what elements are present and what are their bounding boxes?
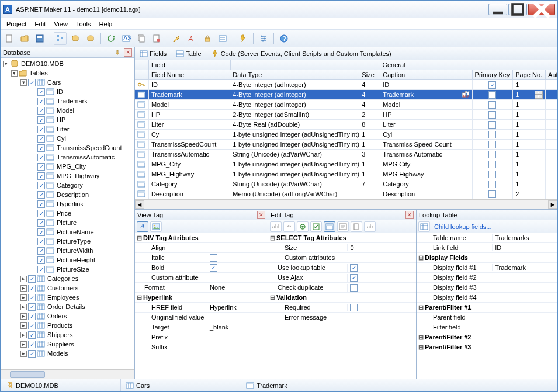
cell-caption[interactable]: Model [380, 100, 472, 110]
grid-row[interactable]: TransmissSpeedCount1-byte unsigned integ… [135, 140, 557, 150]
cell-primarykey[interactable] [473, 179, 514, 189]
generate-icon[interactable] [237, 32, 249, 45]
viewtag-image-icon[interactable] [150, 221, 162, 232]
sync-icon[interactable] [69, 32, 82, 45]
checkbox[interactable]: ✓ [37, 200, 45, 208]
cell-pageno[interactable]: 1 [513, 159, 546, 169]
viewtag-close-icon[interactable]: ✕ [257, 211, 265, 219]
pin-icon[interactable] [113, 48, 122, 57]
cell-fieldname[interactable]: ID [149, 80, 230, 90]
db-tree-icon[interactable] [54, 32, 67, 45]
checkbox[interactable]: ✓ [28, 341, 36, 348]
cell-caption[interactable]: Description [380, 189, 472, 199]
checkbox[interactable]: ✓ [28, 331, 36, 339]
tree-field[interactable]: ✓Picture [1, 218, 134, 227]
tab-code[interactable]: Code (Server Events, Client Scripts and … [209, 48, 394, 59]
tree-table-cars[interactable]: ▾✓Cars [1, 78, 134, 87]
col-caption[interactable]: Caption [380, 70, 472, 80]
tree-table[interactable]: ▸✓Orders [1, 311, 134, 321]
spin-buttons[interactable]: ▲▼ [535, 91, 543, 99]
checkbox[interactable]: ✓ [37, 154, 45, 161]
cell-pageno[interactable]: 1 [513, 140, 546, 150]
edittag-textarea-icon[interactable] [337, 221, 349, 232]
checkbox[interactable]: ✓ [37, 88, 45, 96]
edittag-text-icon[interactable]: abl [270, 221, 282, 232]
tree-table[interactable]: ▸✓Suppliers [1, 339, 134, 349]
lookup-table-icon[interactable] [418, 221, 430, 232]
tree-field[interactable]: ✓PictureType [1, 237, 134, 246]
viewtag-bold-checkbox[interactable]: ✓ [210, 264, 217, 272]
lookup-d1-value[interactable]: Trademark [492, 264, 557, 271]
tab-fields[interactable]: Fields [137, 48, 169, 59]
expander-icon[interactable]: ▸ [20, 332, 27, 338]
checkbox[interactable]: ✓ [28, 275, 36, 283]
checkbox[interactable]: ✓ [37, 210, 45, 217]
checkbox[interactable]: ✓ [37, 228, 45, 236]
tree-table[interactable]: ▸✓Products [1, 321, 134, 330]
tree-field[interactable]: ✓PictureHeight [1, 255, 134, 265]
edittag-file-icon[interactable] [351, 221, 362, 232]
copy-icon[interactable] [135, 32, 148, 45]
viewtag-formatted-icon[interactable]: A [137, 221, 148, 232]
tree-tables[interactable]: ▾Tables [1, 68, 134, 78]
checkbox[interactable]: ✓ [28, 294, 36, 301]
expander-icon[interactable]: ▸ [20, 351, 27, 357]
tree-field[interactable]: ✓MPG_Highway [1, 171, 134, 181]
checkbox[interactable]: ✓ [28, 285, 36, 292]
cell-caption[interactable]: Transmiss Automatic [380, 150, 472, 159]
grid-row[interactable]: MPG_Highway1-byte unsigned integer (adUn… [135, 169, 557, 179]
cell-pageno[interactable]: 1 [513, 179, 546, 189]
grid-row[interactable]: HP2-Byte integer (adSmallInt)2HP1 [135, 110, 557, 120]
tree-field[interactable]: ✓Hyperlink [1, 199, 134, 209]
lookup-cat-pf2[interactable]: Parent/Filter #2 [425, 334, 492, 341]
menu-view[interactable]: View [50, 19, 71, 29]
edittag-select-icon[interactable] [324, 221, 335, 232]
cell-fieldname[interactable]: Model [149, 100, 230, 110]
tree-field[interactable]: ✓Description [1, 190, 134, 199]
col-primarykey[interactable]: Primary Key [473, 70, 514, 80]
lock-icon[interactable] [201, 32, 214, 45]
cell-primarykey[interactable] [473, 159, 514, 169]
tree-field[interactable]: ✓HP [1, 115, 134, 124]
tree-table[interactable]: ▸✓Customers [1, 283, 134, 293]
grid-row[interactable]: MPG_City1-byte unsigned integer (adUnsig… [135, 159, 557, 169]
expander-icon[interactable]: ▸ [20, 285, 27, 292]
checkbox[interactable] [488, 121, 496, 129]
edittag-size-value[interactable]: 0 [347, 244, 416, 251]
grid-row[interactable]: Liter4-Byte Real (adDouble)8Liter1 [135, 120, 557, 130]
viewtag-italic-checkbox[interactable] [210, 254, 217, 262]
checkbox[interactable]: ✓ [488, 81, 496, 89]
edittag-cat-select[interactable]: SELECT Tag Attributes [276, 234, 347, 241]
cell-pageno[interactable]: 1 [513, 169, 546, 179]
grid-hscroll[interactable]: ◄► [135, 199, 557, 209]
cell-caption[interactable]: MPG City [380, 159, 472, 169]
cell-primarykey[interactable]: ✓ [473, 80, 514, 90]
cell-pageno[interactable]: 1 [513, 120, 546, 130]
lookup-cat-display[interactable]: Display Fields [425, 254, 492, 261]
checkbox[interactable] [488, 181, 496, 188]
tree-table[interactable]: ▸✓Employees [1, 293, 134, 302]
cell-pageno[interactable]: 1 [513, 100, 546, 110]
menu-tools[interactable]: Tools [72, 19, 95, 29]
tree-table[interactable]: ▸✓Models [1, 349, 134, 358]
lookup-tablename-value[interactable]: Trademarks [492, 234, 557, 241]
expander-icon[interactable]: ▾ [11, 70, 18, 77]
expander-icon[interactable]: ▸ [20, 294, 27, 301]
checkbox[interactable]: ✓ [37, 219, 45, 227]
checkbox[interactable]: ✓ [28, 313, 36, 320]
checkbox[interactable] [488, 161, 496, 168]
checkbox[interactable]: ✓ [28, 303, 36, 311]
tree-field[interactable]: ✓Trademark [1, 96, 134, 106]
reset-field-icon[interactable] [150, 32, 163, 45]
tree-table[interactable]: ▸✓Shippers [1, 330, 134, 339]
expander-icon[interactable]: ▸ [20, 304, 27, 310]
checkbox[interactable]: ✓ [37, 256, 45, 264]
cell-fieldname[interactable]: TransmissSpeedCount [149, 140, 230, 150]
checkbox[interactable]: ✓ [37, 163, 45, 171]
cell-fieldname[interactable]: Cyl [149, 130, 230, 140]
edittag-ajax-checkbox[interactable]: ✓ [350, 274, 358, 282]
cell-primarykey[interactable] [473, 140, 514, 150]
cell-pageno[interactable]: 1 [513, 150, 546, 159]
viewtag-target-value[interactable]: _blank [207, 324, 268, 331]
viewtag-format-value[interactable]: None [207, 284, 268, 291]
